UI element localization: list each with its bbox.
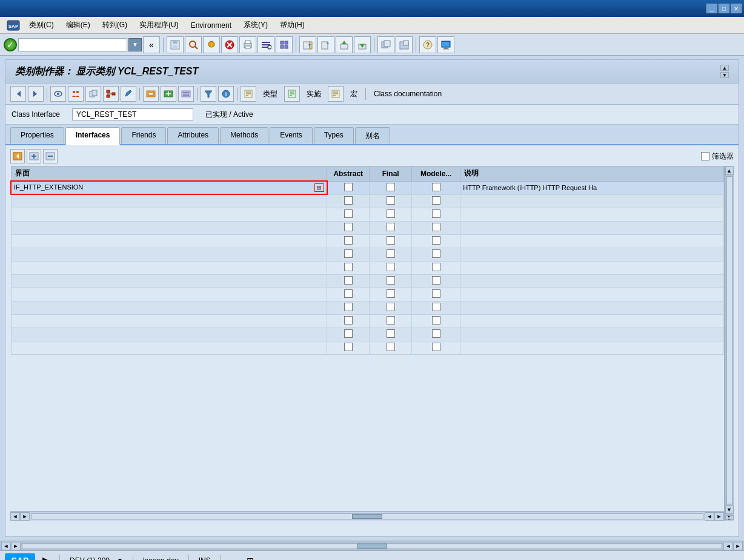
table-nav-icon[interactable] [10,149,25,163]
cell-final[interactable] [370,181,412,194]
status-dropdown-btn[interactable]: ▼ [117,557,123,560]
label-shishi[interactable]: 实施 [302,87,326,101]
cell-modeler-empty[interactable] [412,194,460,208]
table-h-scroll-track[interactable] [31,513,703,519]
checkbox-modeler[interactable] [432,183,440,191]
svg-point-47 [76,91,79,93]
edit-pencil-icon[interactable] [121,86,136,102]
edit-people-icon[interactable] [68,86,84,102]
v-scroll-down-btn[interactable]: ▼ [725,506,734,514]
bottom-scroll-left-btn[interactable]: ◄ [1,542,11,550]
edit-box3-icon[interactable] [178,86,194,102]
table-scroll-end-left-btn[interactable]: ◄ [705,512,714,521]
info-icon[interactable]: i [218,86,234,102]
table-del-icon[interactable] [43,149,58,163]
search1-icon[interactable] [185,36,202,53]
edit-box1-icon[interactable] [143,86,159,102]
table-h-scroll-thumb[interactable] [352,514,382,519]
doc2-icon[interactable] [284,86,300,102]
tab-events[interactable]: Events [270,127,313,144]
cell-input-icon[interactable]: ⊞ [314,183,324,192]
label-type[interactable]: 类型 [258,87,282,101]
edit-hierarchy-icon[interactable] [103,86,119,102]
scroll-up-btn[interactable]: ▲ [720,65,729,71]
checkbox-abstract[interactable] [344,183,353,191]
table-scroll-right-btn[interactable]: ► [20,512,30,521]
v-scroll-up-btn[interactable]: ▲ [725,166,734,175]
filter-checkbox[interactable] [701,152,709,160]
bottom-scroll-end-right[interactable]: ► [733,542,743,550]
monitor-icon[interactable] [437,36,454,53]
sap-logo: SAP [5,553,35,561]
tab-attributes[interactable]: Attributes [167,127,219,144]
command-dropdown[interactable]: ▼ [128,38,142,51]
scroll-down-btn[interactable]: ▼ [720,72,729,78]
edit-eye-icon[interactable] [50,86,66,102]
tab-methods[interactable]: Methods [220,127,268,144]
status-div4 [221,555,221,561]
back-nav-icon[interactable]: « [143,36,160,53]
maximize-button[interactable]: □ [719,4,729,13]
save-icon[interactable] [167,36,184,53]
svg-text:SAP: SAP [8,24,19,29]
table-scroll-left-btn[interactable]: ◄ [10,512,20,521]
tab-interfaces[interactable]: Interfaces [65,127,121,145]
table-scroll-end-right-btn[interactable]: ► [714,512,724,521]
filter-icon[interactable] [201,86,216,102]
tab-properties[interactable]: Properties [10,127,64,144]
menu-system[interactable]: 系统(Y) [239,18,273,32]
minimize-button[interactable]: _ [706,4,717,13]
bottom-scroll-thumb[interactable] [357,544,387,548]
bottom-scroll-track[interactable] [22,543,722,549]
checkbox-final[interactable] [387,183,395,191]
menu-utils[interactable]: 实用程序(U) [135,18,184,32]
doc-icon[interactable] [241,86,256,102]
search2-icon[interactable]: i [203,36,220,53]
cell-modeler[interactable] [412,181,460,194]
menu-category[interactable]: 类别(C) [24,18,59,32]
v-scroll-track[interactable] [726,176,732,504]
find-icon[interactable] [257,36,274,53]
menu-edit[interactable]: 编辑(E) [61,18,95,32]
doc3-icon[interactable] [328,86,344,102]
ok-icon[interactable]: ✓ [4,38,17,51]
cell-abstract-empty[interactable] [327,194,370,208]
tab-alias[interactable]: 别名 [355,127,390,144]
edit-box2-icon[interactable] [161,86,176,102]
menu-goto[interactable]: 转到(G) [98,18,132,32]
download-icon[interactable] [354,36,371,53]
stop-icon[interactable] [221,36,238,53]
help-icon[interactable]: ? [419,36,436,53]
menu-bar: SAP 类别(C) 编辑(E) 转到(G) 实用程序(U) Environmen… [0,17,744,34]
print-icon[interactable] [239,36,256,53]
nav-back-icon[interactable] [10,86,26,102]
status-play-btn[interactable]: ▶ [42,555,50,560]
cell-interface-name[interactable]: IF_HTTP_EXTENSION ⊞ [11,181,327,194]
class-interface-value[interactable]: YCL_REST_TEST [72,108,193,120]
close-button[interactable]: ✕ [731,4,742,13]
export-icon[interactable] [317,36,334,53]
command-field[interactable] [18,38,127,51]
window1-icon[interactable] [377,36,394,53]
upload-icon[interactable] [336,36,353,53]
bottom-scroll-right-btn[interactable]: ► [11,542,21,550]
cell-final-empty[interactable] [370,194,412,208]
menu-environment[interactable]: Environment [186,19,236,31]
tab-types[interactable]: Types [314,127,354,144]
tab-friends[interactable]: Friends [121,127,166,144]
import-icon[interactable] [299,36,316,53]
status-arrow-icon[interactable]: → [231,556,239,561]
cell-abstract[interactable] [327,181,370,194]
label-class-doc[interactable]: Class documentation [369,88,447,100]
col-header-interface: 界面 [11,166,327,182]
svg-rect-4 [173,45,178,49]
settings-icon[interactable] [276,36,293,53]
bottom-scroll-end-left[interactable]: ◄ [723,542,733,550]
status-window-icon[interactable]: ⊞ [247,556,254,561]
label-hong[interactable]: 宏 [345,87,362,101]
edit-copy-icon[interactable] [85,86,101,102]
table-add-icon[interactable] [27,149,41,163]
menu-help[interactable]: 帮助(H) [275,18,310,32]
nav-forward-icon[interactable] [28,86,44,102]
window2-icon[interactable] [396,36,413,53]
